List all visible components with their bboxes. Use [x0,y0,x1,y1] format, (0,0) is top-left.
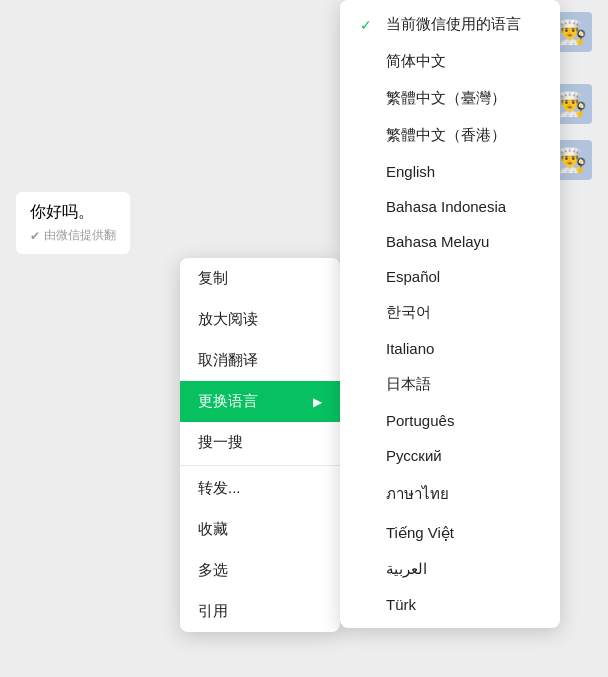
lang-item-6[interactable]: Bahasa Melayu [340,224,560,259]
avatar-emoji-1: 👨‍🍳 [557,90,587,118]
lang-label-0: 当前微信使用的语言 [386,15,521,34]
menu-divider-1 [180,465,340,466]
menu-item-cancel-translate-label: 取消翻译 [198,351,258,370]
menu-item-enlarge[interactable]: 放大阅读 [180,299,340,340]
lang-item-3[interactable]: 繁體中文（香港） [340,117,560,154]
lang-label-12: Русский [386,447,442,464]
lang-label-7: Español [386,268,440,285]
lang-item-0[interactable]: ✓当前微信使用的语言 [340,6,560,43]
lang-label-13: ภาษาไทย [386,482,449,506]
lang-item-12[interactable]: Русский [340,438,560,473]
lang-item-11[interactable]: Português [340,403,560,438]
menu-item-collect[interactable]: 收藏 [180,509,340,550]
lang-item-8[interactable]: 한국어 [340,294,560,331]
menu-item-cancel-translate[interactable]: 取消翻译 [180,340,340,381]
submenu-arrow-icon: ▶ [313,395,322,409]
lang-label-5: Bahasa Indonesia [386,198,506,215]
lang-item-4[interactable]: English [340,154,560,189]
lang-label-4: English [386,163,435,180]
menu-item-search-label: 搜一搜 [198,433,243,452]
lang-label-16: Türk [386,596,416,613]
menu-item-quote-label: 引用 [198,602,228,621]
provider-label: ✔ 由微信提供翻 [30,227,116,244]
avatar-emoji-2: 👨‍🍳 [557,146,587,174]
lang-label-10: 日本語 [386,375,431,394]
lang-item-10[interactable]: 日本語 [340,366,560,403]
menu-item-multiselect-label: 多选 [198,561,228,580]
avatar-emoji: 👨‍🍳 [557,18,587,46]
language-submenu: ✓当前微信使用的语言简体中文繁體中文（臺灣）繁體中文（香港）EnglishBah… [340,0,560,628]
menu-item-change-language[interactable]: 更换语言 ▶ [180,381,340,422]
translate-box: 你好吗。 ✔ 由微信提供翻 [16,192,130,254]
menu-item-collect-label: 收藏 [198,520,228,539]
lang-label-6: Bahasa Melayu [386,233,489,250]
lang-label-3: 繁體中文（香港） [386,126,506,145]
lang-label-14: Tiếng Việt [386,524,454,542]
lang-item-9[interactable]: Italiano [340,331,560,366]
menu-item-change-language-label: 更换语言 [198,392,258,411]
chat-area: 👨‍🍳 i am chensuiyi 👨‍🍳 how are you 👨‍🍳 你… [0,0,608,677]
menu-item-copy[interactable]: 复制 [180,258,340,299]
lang-item-5[interactable]: Bahasa Indonesia [340,189,560,224]
menu-item-multiselect[interactable]: 多选 [180,550,340,591]
menu-item-forward-label: 转发... [198,479,241,498]
lang-item-13[interactable]: ภาษาไทย [340,473,560,515]
lang-label-2: 繁體中文（臺灣） [386,89,506,108]
lang-item-16[interactable]: Türk [340,587,560,622]
context-menu: 复制 放大阅读 取消翻译 更换语言 ▶ 搜一搜 转发... 收藏 多选 [180,258,340,632]
menu-item-forward[interactable]: 转发... [180,468,340,509]
lang-label-15: العربية [386,560,427,578]
lang-label-11: Português [386,412,454,429]
lang-check-0: ✓ [360,17,376,33]
provider-text: 由微信提供翻 [44,227,116,244]
lang-item-14[interactable]: Tiếng Việt [340,515,560,551]
lang-item-15[interactable]: العربية [340,551,560,587]
menu-item-enlarge-label: 放大阅读 [198,310,258,329]
lang-item-7[interactable]: Español [340,259,560,294]
menu-item-search[interactable]: 搜一搜 [180,422,340,463]
lang-label-9: Italiano [386,340,434,357]
check-icon: ✔ [30,229,40,243]
translated-text: 你好吗。 [30,202,116,223]
menu-item-copy-label: 复制 [198,269,228,288]
lang-label-1: 简体中文 [386,52,446,71]
lang-label-8: 한국어 [386,303,431,322]
menu-item-quote[interactable]: 引用 [180,591,340,632]
lang-item-2[interactable]: 繁體中文（臺灣） [340,80,560,117]
lang-item-1[interactable]: 简体中文 [340,43,560,80]
